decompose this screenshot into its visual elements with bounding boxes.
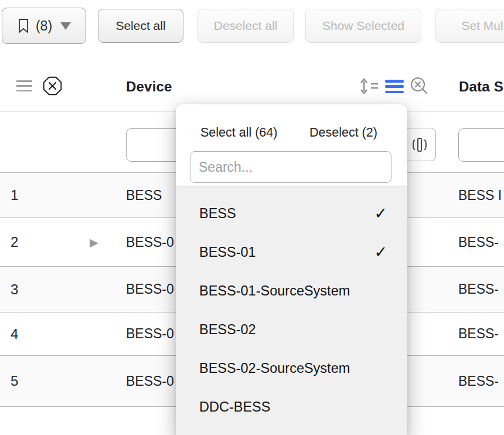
- dropdown-deselect-link[interactable]: Deselect (2): [309, 125, 377, 140]
- dropdown-item-label: BESS-01-SourceSystem: [199, 283, 350, 299]
- checkmark-icon: ✓: [374, 243, 387, 261]
- device-cell: BESS: [126, 188, 162, 203]
- datasource-cell: BESS-: [458, 281, 499, 297]
- row-height-sort-icon[interactable]: [359, 77, 380, 98]
- row-number: 2: [11, 234, 18, 250]
- dropdown-item[interactable]: DDC-BESS: [176, 388, 407, 426]
- device-column-title: Device: [126, 79, 172, 95]
- dropdown-item-label: BESS: [199, 206, 236, 222]
- dropdown-item-label: BESS-02-SourceSystem: [199, 361, 350, 376]
- select-all-button[interactable]: Select all: [98, 9, 183, 43]
- dropdown-item-label: BESS-02: [199, 322, 256, 338]
- filter-mode-icon: [411, 137, 428, 152]
- device-cell: BESS-0: [126, 281, 174, 297]
- datasource-filter-input[interactable]: [458, 128, 504, 162]
- drag-handle-icon[interactable]: [16, 80, 32, 91]
- datasource-column-title: Data S: [459, 79, 503, 95]
- dropdown-item[interactable]: BESS-02-SourceSystem: [176, 349, 407, 388]
- dropdown-select-all-link[interactable]: Select all (64): [200, 125, 277, 140]
- device-cell: BESS-0: [126, 235, 174, 250]
- dropdown-item-list: BESS ✓ BESS-01 ✓ BESS-01-SourceSystem BE…: [176, 186, 407, 435]
- datasource-cell: BESS I: [458, 188, 502, 203]
- show-selected-button[interactable]: Show Selected: [305, 9, 421, 43]
- datasource-cell: BESS-: [458, 326, 499, 342]
- dropdown-item[interactable]: BESS ✓: [176, 194, 407, 233]
- dropdown-item[interactable]: BESS-01 ✓: [176, 233, 407, 271]
- bookmark-menu-button[interactable]: (8): [2, 8, 86, 44]
- device-table-view: (8) Select all Deselect all Show Selecte…: [0, 0, 504, 435]
- expand-arrow-icon[interactable]: ▶: [90, 236, 98, 249]
- checkmark-icon: ✓: [374, 204, 387, 223]
- deselect-all-button[interactable]: Deselect all: [197, 9, 294, 43]
- bookmark-icon: [17, 18, 30, 34]
- dropdown-search-input[interactable]: [190, 151, 391, 183]
- bookmark-count: (8): [36, 18, 52, 34]
- octagon-x-icon[interactable]: [42, 76, 63, 98]
- dropdown-arrow-icon: [60, 22, 71, 30]
- row-number: 1: [11, 187, 18, 203]
- datasource-cell: BESS-: [458, 235, 499, 250]
- dropdown-item-label: BESS-01: [199, 244, 256, 260]
- row-number: 5: [11, 373, 18, 389]
- dropdown-item-label: DDC-BESS: [199, 399, 270, 415]
- device-cell: BESS-0: [126, 373, 174, 389]
- filter-menu-icon[interactable]: [385, 80, 404, 93]
- row-number: 4: [11, 326, 18, 342]
- device-cell: BESS-0: [126, 326, 174, 342]
- search-clear-icon[interactable]: [409, 76, 429, 98]
- dropdown-item[interactable]: BESS-02: [176, 310, 407, 349]
- set-multiple-button[interactable]: Set Mul: [435, 9, 504, 43]
- dropdown-item[interactable]: BESS-01-SourceSystem: [176, 271, 407, 310]
- datasource-cell: BESS-: [458, 373, 499, 389]
- row-number: 3: [11, 281, 18, 298]
- filter-mode-button[interactable]: [403, 128, 436, 161]
